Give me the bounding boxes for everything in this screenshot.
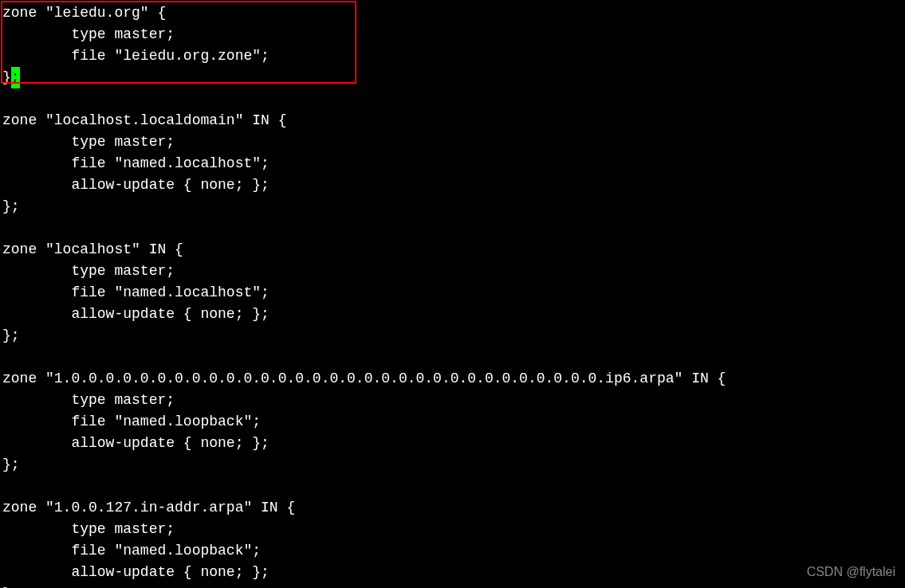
zone-block: zone "localhost.localdomain" IN { type m… [2,110,903,218]
code-line: allow-update { none; }; [2,433,903,454]
code-line: type master; [2,390,903,411]
code-line: allow-update { none; }; [2,174,903,196]
code-line: zone "localhost" IN { [2,239,903,261]
zone-block: zone "localhost" IN { type master; file … [2,239,903,347]
code-line: zone "1.0.0.0.0.0.0.0.0.0.0.0.0.0.0.0.0.… [2,368,903,390]
terminal-cursor: ; [11,67,20,88]
code-line: file "named.localhost"; [2,153,903,174]
code-line: zone "leiedu.org" { [2,2,903,24]
zone-block: zone "1.0.0.0.0.0.0.0.0.0.0.0.0.0.0.0.0.… [2,368,903,476]
code-line: file "named.loopback"; [2,540,903,562]
code-line: zone "1.0.0.127.in-addr.arpa" IN { [2,497,903,519]
code-line: type master; [2,24,903,45]
code-line: }; [2,325,903,347]
watermark: CSDN @flytalei [807,563,895,582]
terminal-content[interactable]: zone "leiedu.org" { type master; file "l… [2,2,903,588]
code-line: }; [2,67,903,88]
code-line: file "named.localhost"; [2,282,903,304]
code-line: file "leiedu.org.zone"; [2,45,903,67]
code-line: type master; [2,131,903,153]
code-line: type master; [2,261,903,282]
code-line: }; [2,583,903,588]
code-line: allow-update { none; }; [2,304,903,325]
zone-block: zone "1.0.0.127.in-addr.arpa" IN { type … [2,497,903,588]
code-line: }; [2,454,903,476]
code-line: file "named.loopback"; [2,411,903,433]
code-line: allow-update { none; }; [2,562,903,583]
code-line: }; [2,196,903,218]
code-line: zone "localhost.localdomain" IN { [2,110,903,131]
zone-block: zone "leiedu.org" { type master; file "l… [2,2,903,88]
code-line: type master; [2,519,903,540]
